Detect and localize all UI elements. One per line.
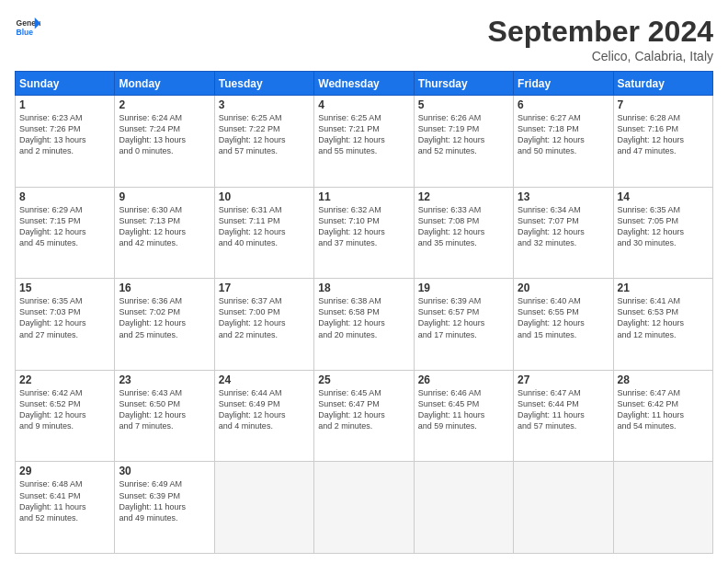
day-number: 3 <box>219 98 310 111</box>
day-info: Sunrise: 6:28 AMSunset: 7:16 PMDaylight:… <box>618 113 685 155</box>
day-info: Sunrise: 6:30 AMSunset: 7:13 PMDaylight:… <box>119 205 186 247</box>
table-row <box>613 462 712 554</box>
day-number: 2 <box>119 98 210 111</box>
calendar-header-row: Sunday Monday Tuesday Wednesday Thursday… <box>16 72 713 96</box>
day-number: 9 <box>119 190 210 203</box>
day-info: Sunrise: 6:25 AMSunset: 7:22 PMDaylight:… <box>219 113 286 155</box>
page: General Blue September 2024 Celico, Cala… <box>0 0 728 563</box>
table-row: 24Sunrise: 6:44 AMSunset: 6:49 PMDayligh… <box>214 370 313 462</box>
calendar-table: Sunday Monday Tuesday Wednesday Thursday… <box>15 71 713 554</box>
day-info: Sunrise: 6:47 AMSunset: 6:42 PMDaylight:… <box>618 388 685 431</box>
header-sunday: Sunday <box>16 72 115 96</box>
calendar-row-4: 29Sunrise: 6:48 AMSunset: 6:41 PMDayligh… <box>16 462 713 554</box>
day-info: Sunrise: 6:29 AMSunset: 7:15 PMDaylight:… <box>19 205 86 247</box>
day-number: 18 <box>318 282 409 294</box>
header-wednesday: Wednesday <box>314 72 414 96</box>
day-number: 8 <box>19 190 110 203</box>
day-info: Sunrise: 6:23 AMSunset: 7:26 PMDaylight:… <box>19 113 86 155</box>
logo: General Blue <box>15 15 40 40</box>
day-info: Sunrise: 6:45 AMSunset: 6:47 PMDaylight:… <box>318 388 385 431</box>
day-number: 11 <box>318 190 409 203</box>
calendar-row-2: 15Sunrise: 6:35 AMSunset: 7:03 PMDayligh… <box>16 279 713 371</box>
table-row: 11Sunrise: 6:32 AMSunset: 7:10 PMDayligh… <box>314 187 414 279</box>
day-number: 5 <box>418 98 509 111</box>
day-info: Sunrise: 6:33 AMSunset: 7:08 PMDaylight:… <box>418 205 485 247</box>
day-info: Sunrise: 6:26 AMSunset: 7:19 PMDaylight:… <box>418 113 485 155</box>
day-number: 28 <box>618 373 709 386</box>
day-number: 14 <box>618 190 709 203</box>
day-info: Sunrise: 6:41 AMSunset: 6:53 PMDaylight:… <box>618 296 685 339</box>
table-row <box>214 462 313 554</box>
table-row: 26Sunrise: 6:46 AMSunset: 6:45 PMDayligh… <box>414 370 513 462</box>
day-info: Sunrise: 6:43 AMSunset: 6:50 PMDaylight:… <box>119 388 186 431</box>
table-row: 15Sunrise: 6:35 AMSunset: 7:03 PMDayligh… <box>16 279 115 371</box>
day-number: 22 <box>19 373 110 386</box>
day-info: Sunrise: 6:42 AMSunset: 6:52 PMDaylight:… <box>19 388 86 431</box>
day-number: 7 <box>618 98 709 111</box>
svg-text:Blue: Blue <box>17 28 34 37</box>
table-row: 16Sunrise: 6:36 AMSunset: 7:02 PMDayligh… <box>115 279 214 371</box>
day-number: 17 <box>219 282 310 294</box>
table-row: 18Sunrise: 6:38 AMSunset: 6:58 PMDayligh… <box>314 279 414 371</box>
day-number: 4 <box>318 98 409 111</box>
header: General Blue September 2024 Celico, Cala… <box>15 15 713 63</box>
day-info: Sunrise: 6:37 AMSunset: 7:00 PMDaylight:… <box>219 296 286 339</box>
day-number: 29 <box>19 465 110 477</box>
day-info: Sunrise: 6:38 AMSunset: 6:58 PMDaylight:… <box>318 296 385 339</box>
day-number: 21 <box>618 282 709 294</box>
header-friday: Friday <box>514 72 613 96</box>
day-number: 19 <box>418 282 509 294</box>
day-info: Sunrise: 6:32 AMSunset: 7:10 PMDaylight:… <box>318 205 385 247</box>
day-info: Sunrise: 6:49 AMSunset: 6:39 PMDaylight:… <box>119 479 186 522</box>
day-number: 26 <box>418 373 509 386</box>
day-info: Sunrise: 6:25 AMSunset: 7:21 PMDaylight:… <box>318 113 385 155</box>
table-row: 19Sunrise: 6:39 AMSunset: 6:57 PMDayligh… <box>414 279 513 371</box>
day-info: Sunrise: 6:31 AMSunset: 7:11 PMDaylight:… <box>219 205 286 247</box>
day-info: Sunrise: 6:40 AMSunset: 6:55 PMDaylight:… <box>518 296 585 339</box>
day-info: Sunrise: 6:27 AMSunset: 7:18 PMDaylight:… <box>518 113 585 155</box>
day-number: 27 <box>518 373 609 386</box>
day-number: 6 <box>518 98 609 111</box>
day-number: 16 <box>119 282 210 294</box>
table-row: 3Sunrise: 6:25 AMSunset: 7:22 PMDaylight… <box>214 96 313 188</box>
table-row: 10Sunrise: 6:31 AMSunset: 7:11 PMDayligh… <box>214 187 313 279</box>
month-title: September 2024 <box>488 15 713 49</box>
table-row: 27Sunrise: 6:47 AMSunset: 6:44 PMDayligh… <box>514 370 613 462</box>
table-row <box>414 462 513 554</box>
calendar-row-0: 1Sunrise: 6:23 AMSunset: 7:26 PMDaylight… <box>16 96 713 188</box>
subtitle: Celico, Calabria, Italy <box>488 49 713 63</box>
table-row <box>314 462 414 554</box>
table-row: 1Sunrise: 6:23 AMSunset: 7:26 PMDaylight… <box>16 96 115 188</box>
header-saturday: Saturday <box>613 72 712 96</box>
day-info: Sunrise: 6:44 AMSunset: 6:49 PMDaylight:… <box>219 388 286 431</box>
table-row: 12Sunrise: 6:33 AMSunset: 7:08 PMDayligh… <box>414 187 513 279</box>
day-info: Sunrise: 6:36 AMSunset: 7:02 PMDaylight:… <box>119 296 186 339</box>
header-tuesday: Tuesday <box>214 72 313 96</box>
day-info: Sunrise: 6:46 AMSunset: 6:45 PMDaylight:… <box>418 388 485 431</box>
day-info: Sunrise: 6:35 AMSunset: 7:05 PMDaylight:… <box>618 205 685 247</box>
table-row: 22Sunrise: 6:42 AMSunset: 6:52 PMDayligh… <box>16 370 115 462</box>
table-row: 30Sunrise: 6:49 AMSunset: 6:39 PMDayligh… <box>115 462 214 554</box>
day-info: Sunrise: 6:39 AMSunset: 6:57 PMDaylight:… <box>418 296 485 339</box>
day-number: 25 <box>318 373 409 386</box>
calendar-row-3: 22Sunrise: 6:42 AMSunset: 6:52 PMDayligh… <box>16 370 713 462</box>
table-row: 8Sunrise: 6:29 AMSunset: 7:15 PMDaylight… <box>16 187 115 279</box>
day-info: Sunrise: 6:47 AMSunset: 6:44 PMDaylight:… <box>518 388 585 431</box>
day-info: Sunrise: 6:34 AMSunset: 7:07 PMDaylight:… <box>518 205 585 247</box>
header-thursday: Thursday <box>414 72 513 96</box>
table-row: 6Sunrise: 6:27 AMSunset: 7:18 PMDaylight… <box>514 96 613 188</box>
day-info: Sunrise: 6:35 AMSunset: 7:03 PMDaylight:… <box>19 296 86 339</box>
table-row: 28Sunrise: 6:47 AMSunset: 6:42 PMDayligh… <box>613 370 712 462</box>
calendar-row-1: 8Sunrise: 6:29 AMSunset: 7:15 PMDaylight… <box>16 187 713 279</box>
header-monday: Monday <box>115 72 214 96</box>
table-row: 14Sunrise: 6:35 AMSunset: 7:05 PMDayligh… <box>613 187 712 279</box>
day-number: 1 <box>19 98 110 111</box>
day-info: Sunrise: 6:48 AMSunset: 6:41 PMDaylight:… <box>19 479 86 522</box>
table-row: 29Sunrise: 6:48 AMSunset: 6:41 PMDayligh… <box>16 462 115 554</box>
table-row: 25Sunrise: 6:45 AMSunset: 6:47 PMDayligh… <box>314 370 414 462</box>
day-number: 15 <box>19 282 110 294</box>
table-row: 9Sunrise: 6:30 AMSunset: 7:13 PMDaylight… <box>115 187 214 279</box>
day-number: 30 <box>119 465 210 477</box>
table-row: 7Sunrise: 6:28 AMSunset: 7:16 PMDaylight… <box>613 96 712 188</box>
table-row: 21Sunrise: 6:41 AMSunset: 6:53 PMDayligh… <box>613 279 712 371</box>
